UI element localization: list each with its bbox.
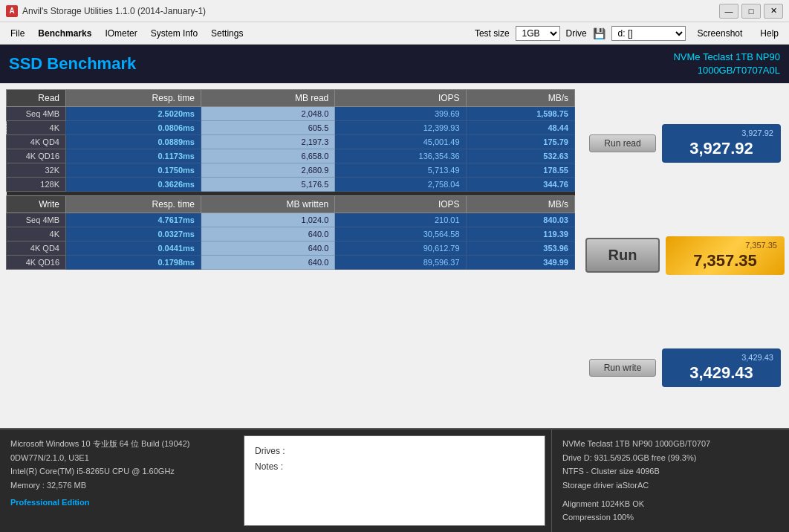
mbs-4k-write: 119.39 <box>466 227 574 241</box>
maximize-button[interactable]: □ <box>741 4 761 19</box>
device-info: NVMe Teclast 1TB NP90 1000GB/T0707A0L <box>673 51 780 77</box>
content-wrapper: SSD Benchmark NVMe Teclast 1TB NP90 1000… <box>0 45 789 532</box>
menu-bar: File Benchmarks IOmeter System Info Sett… <box>0 22 789 45</box>
iops-4k-write: 30,564.58 <box>335 227 466 241</box>
write-score-label: 3,429.43 <box>669 353 773 362</box>
iops-4k-read: 12,399.93 <box>335 121 466 135</box>
mbs-header: MB/s <box>466 90 574 107</box>
drive-select[interactable]: d: [] <box>611 26 686 41</box>
resp-time-header-w: Resp. time <box>66 196 201 213</box>
mb-4kqd4-write: 640.0 <box>201 241 334 256</box>
pro-edition-label: Professional Edition <box>10 496 227 510</box>
iops-seq4mb-read: 399.69 <box>335 107 466 121</box>
run-read-button[interactable]: Run read <box>589 134 656 152</box>
menu-iometer[interactable]: IOmeter <box>99 27 143 40</box>
mb-128k-read: 5,176.5 <box>201 178 334 192</box>
write-score-box: 3,429.43 3,429.43 <box>662 348 781 387</box>
right-panel: Run read 3,927.92 3,927.92 Run 7,357.35 … <box>581 83 789 428</box>
resp-4kqd4-read: 0.0889ms <box>66 135 201 149</box>
mb-32k-read: 2,680.9 <box>201 163 334 178</box>
resp-4kqd4-write: 0.0441ms <box>66 241 201 256</box>
mb-seq4mb-write: 1,024.0 <box>201 213 334 227</box>
write-score-value: 3,429.43 <box>669 363 773 383</box>
resp-seq4mb-write: 4.7617ms <box>66 213 201 227</box>
row-label-4kqd4-write: 4K QD4 <box>7 241 66 256</box>
row-label-4kqd4-read: 4K QD4 <box>7 135 66 149</box>
run-total-group: Run 7,357.35 7,357.35 <box>585 236 785 275</box>
total-score-value: 7,357.35 <box>673 251 777 270</box>
table-row: 4K QD4 0.0441ms 640.0 90,612.79 353.96 <box>7 241 575 256</box>
device-line1: NVMe Teclast 1TB NP90 <box>673 51 780 64</box>
iops-32k-read: 5,713.49 <box>335 163 466 178</box>
bench-table-container: Read Resp. time MB read IOPS MB/s Seq 4M… <box>0 83 581 428</box>
run-button[interactable]: Run <box>585 238 660 273</box>
resp-4k-read: 0.0806ms <box>66 121 201 135</box>
row-label-seq4mb-write: Seq 4MB <box>7 213 66 227</box>
sys-info-line3: Intel(R) Core(TM) i5-8265U CPU @ 1.60GHz <box>10 464 227 479</box>
app-header: SSD Benchmark NVMe Teclast 1TB NP90 1000… <box>0 45 789 83</box>
table-row: 4K 0.0806ms 605.5 12,399.93 48.44 <box>7 121 575 135</box>
row-label-4kqd16-write: 4K QD16 <box>7 256 66 270</box>
mbs-header-w: MB/s <box>466 196 574 213</box>
mb-4kqd16-write: 640.0 <box>201 256 334 270</box>
mbs-32k-read: 178.55 <box>466 163 574 178</box>
write-header-row: Write Resp. time MB written IOPS MB/s <box>7 196 575 213</box>
window-controls: — □ ✕ <box>719 4 783 19</box>
read-score-box: 3,927.92 3,927.92 <box>662 124 781 163</box>
drive-label: Drive <box>566 28 587 39</box>
menu-screenshot[interactable]: Screenshot <box>692 27 749 40</box>
test-size-select[interactable]: 1GB 256MB 512MB 2GB <box>516 26 560 41</box>
device-line2: 1000GB/T0707A0L <box>673 64 780 77</box>
notes-label: Notes : <box>255 459 534 476</box>
row-label-128k-read: 128K <box>7 178 66 192</box>
table-row: 4K 0.0327ms 640.0 30,564.58 119.39 <box>7 227 575 241</box>
resp-128k-read: 0.3626ms <box>66 178 201 192</box>
total-score-label: 7,357.35 <box>673 241 777 250</box>
resp-4kqd16-write: 0.1798ms <box>66 256 201 270</box>
drives-text: Drives : <box>255 446 285 456</box>
table-row: 4K QD16 0.1798ms 640.0 89,596.37 349.99 <box>7 256 575 270</box>
mb-4k-write: 640.0 <box>201 227 334 241</box>
drive-detail-1: Drive D: 931.5/925.0GB free (99.3%) <box>562 451 779 465</box>
mbs-4kqd4-read: 175.79 <box>466 135 574 149</box>
read-col-header: Read <box>7 90 66 107</box>
table-row: 4K QD16 0.1173ms 6,658.0 136,354.36 532.… <box>7 149 575 163</box>
menu-help[interactable]: Help <box>754 27 785 40</box>
iops-seq4mb-write: 210.01 <box>335 213 466 227</box>
mb-written-header: MB written <box>201 196 334 213</box>
close-button[interactable]: ✕ <box>764 4 783 19</box>
mbs-seq4mb-write: 840.03 <box>466 213 574 227</box>
resp-seq4mb-read: 2.5020ms <box>66 107 201 121</box>
iops-4kqd16-write: 89,596.37 <box>335 256 466 270</box>
status-left: Microsoft Windows 10 专业版 64 位 Build (190… <box>0 429 238 532</box>
menu-benchmarks[interactable]: Benchmarks <box>32 27 97 40</box>
drive-detail-0: NVMe Teclast 1TB NP90 1000GB/T0707 <box>562 437 779 451</box>
mb-4kqd4-read: 2,197.3 <box>201 135 334 149</box>
table-row: Seq 4MB 2.5020ms 2,048.0 399.69 1,598.75 <box>7 107 575 121</box>
status-right: NVMe Teclast 1TB NP90 1000GB/T0707 Drive… <box>551 429 789 532</box>
minimize-button[interactable]: — <box>719 4 738 19</box>
table-row: 128K 0.3626ms 5,176.5 2,758.04 344.76 <box>7 178 575 192</box>
notes-text: Notes : <box>255 461 283 472</box>
title-bar: A Anvil's Storage Utilities 1.1.0 (2014-… <box>0 0 789 22</box>
read-score-label: 3,927.92 <box>669 129 773 137</box>
menu-system-info[interactable]: System Info <box>145 27 204 40</box>
status-bar: Microsoft Windows 10 专业版 64 位 Build (190… <box>0 428 789 532</box>
iops-4kqd4-write: 90,612.79 <box>335 241 466 256</box>
run-write-button[interactable]: Run write <box>589 359 656 377</box>
run-read-group: Run read 3,927.92 3,927.92 <box>589 124 781 163</box>
mb-read-header: MB read <box>201 90 334 107</box>
mbs-4kqd16-write: 349.99 <box>466 256 574 270</box>
bench-section: Read Resp. time MB read IOPS MB/s Seq 4M… <box>0 83 789 428</box>
menu-file[interactable]: File <box>4 27 30 40</box>
resp-4kqd16-read: 0.1173ms <box>66 149 201 163</box>
menu-settings[interactable]: Settings <box>205 27 249 40</box>
iops-header-w: IOPS <box>335 196 466 213</box>
resp-4k-write: 0.0327ms <box>66 227 201 241</box>
sys-info-line2: 0DW77N/2.1.0, U3E1 <box>10 451 227 465</box>
resp-time-header: Resp. time <box>66 90 201 107</box>
resp-32k-read: 0.1750ms <box>66 163 201 178</box>
table-row: 4K QD4 0.0889ms 2,197.3 45,001.49 175.79 <box>7 135 575 149</box>
test-size-label: Test size <box>475 28 510 39</box>
row-label-32k-read: 32K <box>7 163 66 178</box>
